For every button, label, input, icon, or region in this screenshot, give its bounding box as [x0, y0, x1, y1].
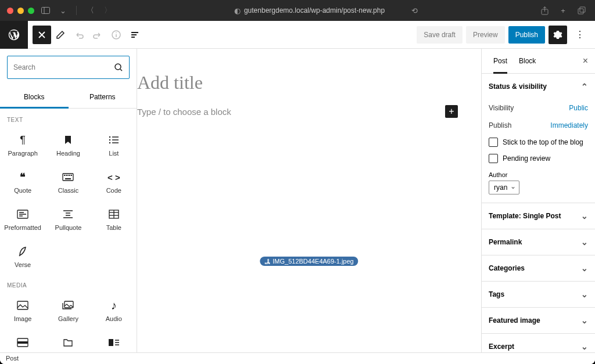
media-blocks-grid: Image Gallery ♪Audio Cover File Media & … — [0, 291, 137, 352]
redo-icon[interactable] — [88, 26, 107, 44]
visibility-value-link[interactable]: Public — [569, 104, 588, 112]
breadcrumb-bar: Post — [0, 352, 595, 364]
panel-featured-image: Featured image⌄ — [482, 308, 595, 334]
settings-button[interactable] — [549, 26, 567, 44]
minimize-window-icon[interactable] — [17, 8, 24, 14]
block-list[interactable]: List — [91, 125, 137, 163]
pending-review-checkbox[interactable]: Pending review — [489, 150, 588, 167]
block-cover[interactable]: Cover — [0, 328, 45, 352]
svg-rect-26 — [64, 301, 73, 308]
more-options-icon[interactable]: ⋮ — [571, 26, 589, 44]
url-text: gutenbergdemo.local/wp-admin/post-new.ph… — [244, 6, 385, 15]
panel-header[interactable]: Featured image⌄ — [482, 308, 595, 333]
block-preformatted[interactable]: Preformatted — [0, 200, 45, 237]
panel-header-status[interactable]: Status & visibility ⌃ — [482, 74, 595, 99]
block-prompt-text[interactable]: Type / to choose a block — [137, 107, 445, 117]
breadcrumb-text[interactable]: Post — [6, 355, 19, 362]
new-tab-icon[interactable]: + — [557, 4, 569, 17]
nav-back-icon[interactable]: 〈 — [84, 4, 96, 17]
panel-permalink: Permalink⌄ — [482, 229, 595, 255]
svg-rect-18 — [71, 175, 72, 176]
block-audio[interactable]: ♪Audio — [91, 291, 137, 328]
nav-forward-icon[interactable]: 〉 — [101, 4, 114, 17]
panel-header[interactable]: Excerpt⌄ — [482, 334, 595, 352]
chevron-down-icon: ⌄ — [581, 237, 588, 247]
stick-to-top-checkbox[interactable]: Stick to the top of the blog — [489, 134, 588, 150]
add-block-button[interactable]: + — [445, 105, 458, 118]
media-text-icon — [108, 336, 120, 349]
panel-header[interactable]: Categories⌄ — [482, 255, 595, 281]
edit-mode-icon[interactable] — [51, 26, 70, 44]
close-sidebar-icon[interactable]: × — [576, 56, 595, 66]
reload-icon[interactable]: ⟲ — [411, 4, 418, 17]
panel-header[interactable]: Permalink⌄ — [482, 229, 595, 255]
svg-rect-14 — [64, 175, 65, 176]
block-heading[interactable]: Heading — [45, 125, 91, 163]
share-icon[interactable] — [538, 4, 551, 17]
audio-icon: ♪ — [111, 299, 117, 312]
block-quote[interactable]: ❝Quote — [0, 163, 45, 200]
author-select[interactable]: ryan — [489, 181, 519, 194]
pullquote-icon — [62, 208, 74, 221]
svg-rect-15 — [66, 175, 67, 176]
panel-excerpt: Excerpt⌄ — [482, 334, 595, 352]
svg-point-8 — [115, 64, 121, 70]
browser-right-controls: + — [538, 4, 588, 17]
sidebar-tabs: Post Block × — [482, 49, 595, 74]
pending-label: Pending review — [503, 154, 550, 163]
block-code[interactable]: < >Code — [91, 163, 137, 200]
maximize-window-icon[interactable] — [28, 8, 34, 14]
address-bar[interactable]: ◐ gutenbergdemo.local/wp-admin/post-new.… — [119, 4, 533, 17]
sidebar-tab-block[interactable]: Block — [513, 49, 542, 73]
panel-header[interactable]: Template: Single Post⌄ — [482, 203, 595, 229]
block-image[interactable]: Image — [0, 291, 45, 328]
text-blocks-grid: ¶Paragraph Heading List ❝Quote Classic <… — [0, 125, 137, 274]
block-paragraph[interactable]: ¶Paragraph — [0, 125, 45, 163]
cover-icon — [17, 336, 28, 349]
app-window: Save draft Preview Publish ⋮ Blocks Patt… — [0, 21, 595, 364]
tabs-icon[interactable] — [575, 4, 588, 17]
list-icon — [109, 134, 119, 146]
block-search-input[interactable] — [7, 56, 130, 79]
publish-value-link[interactable]: Immediately — [550, 121, 588, 129]
svg-point-12 — [109, 142, 110, 143]
block-pullquote[interactable]: Pullquote — [45, 200, 91, 237]
search-field[interactable] — [13, 63, 114, 71]
block-verse[interactable]: Verse — [0, 237, 45, 274]
block-file[interactable]: File — [45, 328, 91, 352]
tab-blocks[interactable]: Blocks — [0, 86, 69, 108]
panel-tags: Tags⌄ — [482, 282, 595, 308]
post-title-input[interactable]: Add title — [137, 72, 458, 93]
tab-patterns[interactable]: Patterns — [69, 86, 137, 108]
sidebar-toggle-icon[interactable] — [39, 4, 52, 17]
editor-canvas[interactable]: Add title Type / to choose a block + 🏞 I… — [137, 49, 481, 352]
image-icon — [17, 299, 28, 312]
svg-rect-4 — [580, 7, 585, 12]
panel-title: Tags — [489, 290, 504, 298]
publish-button[interactable]: Publish — [508, 26, 545, 44]
code-icon: < > — [107, 171, 120, 183]
chevron-down-icon[interactable]: ⌄ — [56, 4, 69, 17]
list-view-icon[interactable] — [126, 26, 144, 44]
details-icon[interactable] — [107, 26, 126, 44]
preview-button[interactable]: Preview — [466, 26, 505, 44]
block-gallery[interactable]: Gallery — [45, 291, 91, 328]
section-media-label: MEDIA — [0, 274, 137, 291]
save-draft-button[interactable]: Save draft — [417, 26, 463, 44]
gallery-icon — [62, 299, 74, 312]
chevron-down-icon: ⌄ — [581, 342, 588, 351]
bookmark-icon — [64, 134, 72, 146]
panel-title: Featured image — [489, 316, 540, 325]
wordpress-logo[interactable] — [0, 21, 28, 49]
block-media-text[interactable]: Media & Text — [91, 328, 137, 352]
panel-title: Template: Single Post — [489, 212, 561, 220]
section-text-label: TEXT — [0, 109, 137, 125]
block-table[interactable]: Table — [91, 200, 137, 237]
dropped-file-badge[interactable]: 🏞 IMG_512BD44E4A69-1.jpeg — [260, 257, 358, 266]
close-window-icon[interactable] — [7, 8, 13, 14]
close-inserter-button[interactable] — [33, 26, 51, 44]
block-classic[interactable]: Classic — [45, 163, 91, 200]
panel-header[interactable]: Tags⌄ — [482, 282, 595, 307]
sidebar-tab-post[interactable]: Post — [488, 49, 513, 73]
undo-icon[interactable] — [70, 26, 88, 44]
